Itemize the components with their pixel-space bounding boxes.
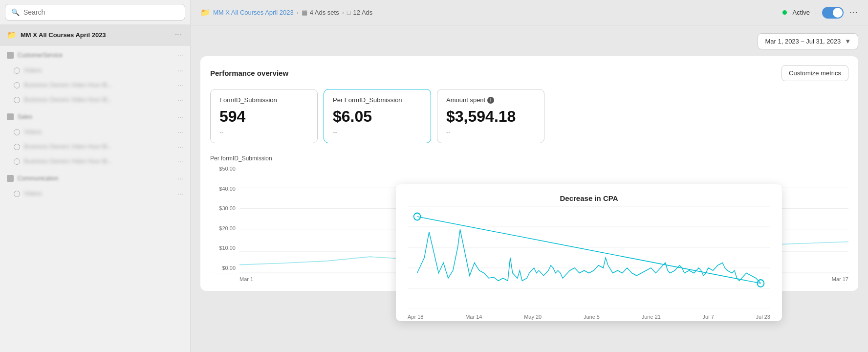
item-icon-sales-videos bbox=[14, 129, 20, 135]
item-more-comm-videos[interactable]: ··· bbox=[177, 190, 183, 198]
topbar: 📁 MM X All Courses April 2023 › ▦ 4 Ads … bbox=[191, 0, 868, 25]
item-icon-sales-biz1 bbox=[14, 144, 20, 150]
y-label-5: $50.00 bbox=[210, 166, 239, 172]
group-icon-communication bbox=[7, 175, 14, 182]
chart-area: Per formID_Submission $0.00 $10.00 $20.0… bbox=[210, 155, 848, 282]
item-label-comm-videos: Videos bbox=[24, 190, 174, 197]
overlay-x-label-3: June 5 bbox=[584, 314, 600, 320]
breadcrumb-adsets-label: 4 Ads sets bbox=[310, 9, 339, 16]
item-more-sales-videos[interactable]: ··· bbox=[177, 128, 183, 136]
sidebar-item-cs-biz2[interactable]: Business Owners Video Hour Bl... ··· bbox=[0, 92, 190, 107]
breadcrumb: 📁 MM X All Courses April 2023 › ▦ 4 Ads … bbox=[200, 8, 782, 17]
sidebar-group-header-sales[interactable]: Sales ··· bbox=[0, 109, 190, 125]
breadcrumb-sep-2: › bbox=[342, 9, 344, 16]
item-more-cs-biz2[interactable]: ··· bbox=[177, 96, 183, 104]
item-more-cs-videos[interactable]: ··· bbox=[177, 66, 183, 74]
item-more-sales-biz2[interactable]: ··· bbox=[177, 157, 183, 165]
group-more-communication[interactable]: ··· bbox=[177, 175, 183, 182]
breadcrumb-campaign[interactable]: 📁 MM X All Courses April 2023 bbox=[200, 8, 294, 17]
group-more-sales[interactable]: ··· bbox=[177, 113, 183, 121]
customize-metrics-button[interactable]: Customize metrics bbox=[781, 65, 848, 81]
search-bar[interactable]: 🔍 bbox=[5, 4, 185, 21]
breadcrumb-ads-label: 12 Ads bbox=[353, 9, 373, 16]
status-label: Active bbox=[793, 9, 810, 16]
overlay-x-label-2: May 20 bbox=[524, 314, 542, 320]
sidebar-campaign-item[interactable]: 📁 MM X All Courses April 2023 ··· bbox=[0, 24, 190, 45]
group-icon-customerservice bbox=[7, 52, 14, 59]
metric-sub-amount-spent: -- bbox=[446, 129, 535, 136]
group-more-customerservice[interactable]: ··· bbox=[177, 51, 183, 59]
sidebar-group-communication: Communication ··· Videos ··· bbox=[0, 171, 190, 201]
sidebar-group-customerservice: CustomerService ··· Videos ··· Business … bbox=[0, 47, 190, 107]
group-label-sales: Sales bbox=[18, 113, 174, 120]
sidebar-group-header-communication[interactable]: Communication ··· bbox=[0, 171, 190, 186]
breadcrumb-sep-1: › bbox=[297, 9, 299, 16]
item-label-sales-videos: Videos bbox=[24, 129, 174, 135]
overlay-x-label-0: Apr 18 bbox=[408, 314, 423, 320]
chart-overlay-popup: Decrease in CPA bbox=[396, 184, 782, 321]
amount-info-icon: i bbox=[487, 97, 494, 104]
item-icon-sales-biz2 bbox=[14, 158, 20, 165]
chart-y-label: Per formID_Submission bbox=[210, 155, 848, 162]
campaign-label: MM X All Courses April 2023 bbox=[21, 31, 169, 39]
sidebar-item-sales-biz1[interactable]: Business Owners Video Hour Bl... ··· bbox=[0, 139, 190, 154]
topbar-more-button[interactable]: ··· bbox=[849, 7, 858, 18]
item-label-cs-videos: Videos bbox=[24, 67, 174, 74]
overlay-x-label-4: June 21 bbox=[642, 314, 661, 320]
y-label-2: $20.00 bbox=[210, 225, 239, 231]
sidebar-group-header-customerservice[interactable]: CustomerService ··· bbox=[0, 47, 190, 63]
sidebar: 🔍 📁 MM X All Courses April 2023 ··· Cust… bbox=[0, 0, 191, 352]
breadcrumb-folder-icon: 📁 bbox=[200, 8, 210, 17]
overlay-x-label-5: Jul 7 bbox=[703, 314, 714, 320]
sidebar-item-sales-videos[interactable]: Videos ··· bbox=[0, 125, 190, 139]
performance-section: Performance overview Customize metrics F… bbox=[200, 56, 858, 291]
overlay-title: Decrease in CPA bbox=[408, 194, 770, 202]
topbar-right: Active ··· bbox=[782, 7, 858, 19]
group-icon-sales bbox=[7, 113, 14, 120]
sidebar-items-list: CustomerService ··· Videos ··· Business … bbox=[0, 45, 190, 352]
overlay-x-labels: Apr 18 Mar 14 May 20 June 5 June 21 Jul … bbox=[408, 314, 770, 320]
chart-y-labels: $0.00 $10.00 $20.00 $30.00 $40.00 $50.00 bbox=[210, 166, 239, 273]
metric-card-form-submission[interactable]: FormID_Submission 594 -- bbox=[210, 89, 318, 143]
sidebar-item-cs-videos[interactable]: Videos ··· bbox=[0, 63, 190, 78]
search-input[interactable] bbox=[23, 8, 179, 16]
y-label-0: $0.00 bbox=[210, 265, 239, 271]
metric-title-form-submission: FormID_Submission bbox=[219, 96, 308, 104]
item-label-cs-biz1: Business Owners Video Hour Bl... bbox=[24, 82, 174, 88]
metric-card-per-form-submission[interactable]: Per FormID_Submission $6.05 -- bbox=[324, 89, 431, 143]
toggle-knob bbox=[833, 8, 843, 18]
metrics-row: FormID_Submission 594 -- Per FormID_Subm… bbox=[210, 89, 848, 143]
sidebar-item-sales-biz2[interactable]: Business Owners Video Hour Bl... ··· bbox=[0, 154, 190, 169]
sidebar-item-comm-videos[interactable]: Videos ··· bbox=[0, 186, 190, 201]
metric-value-per-form-submission: $6.05 bbox=[333, 108, 422, 126]
perf-header: Performance overview Customize metrics bbox=[210, 65, 848, 81]
x-label-mar1: Mar 1 bbox=[239, 276, 253, 282]
sidebar-item-cs-biz1[interactable]: Business Owners Video Hour Bl... ··· bbox=[0, 78, 190, 92]
status-dot bbox=[782, 10, 787, 15]
item-more-sales-biz1[interactable]: ··· bbox=[177, 143, 183, 151]
date-range-label: Mar 1, 2023 – Jul 31, 2023 bbox=[765, 38, 841, 45]
x-label-mar17: Mar 17 bbox=[832, 276, 848, 282]
folder-icon: 📁 bbox=[7, 30, 17, 40]
ads-icon: □ bbox=[347, 9, 351, 16]
metric-card-amount-spent[interactable]: Amount spent i $3,594.18 -- bbox=[437, 89, 544, 143]
y-label-1: $10.00 bbox=[210, 245, 239, 251]
date-range-row: Mar 1, 2023 – Jul 31, 2023 ▼ bbox=[200, 33, 858, 49]
topbar-divider bbox=[816, 8, 816, 18]
date-range-button[interactable]: Mar 1, 2023 – Jul 31, 2023 ▼ bbox=[758, 33, 858, 49]
breadcrumb-adsets[interactable]: ▦ 4 Ads sets bbox=[302, 9, 339, 16]
item-icon-cs-biz1 bbox=[14, 82, 20, 88]
metric-title-amount-spent: Amount spent i bbox=[446, 96, 535, 104]
item-label-sales-biz1: Business Owners Video Hour Bl... bbox=[24, 143, 174, 150]
group-label-customerservice: CustomerService bbox=[18, 52, 174, 59]
metric-sub-form-submission: -- bbox=[219, 129, 308, 136]
overlay-x-label-6: Jul 23 bbox=[756, 314, 770, 320]
item-more-cs-biz1[interactable]: ··· bbox=[177, 81, 183, 89]
overlay-x-label-1: Mar 14 bbox=[465, 314, 482, 320]
breadcrumb-ads[interactable]: □ 12 Ads bbox=[347, 9, 373, 16]
y-label-3: $30.00 bbox=[210, 205, 239, 211]
active-toggle[interactable] bbox=[822, 7, 844, 19]
y-label-4: $40.00 bbox=[210, 186, 239, 192]
item-icon-cs-videos bbox=[14, 67, 20, 74]
campaign-more-button[interactable]: ··· bbox=[173, 29, 183, 40]
